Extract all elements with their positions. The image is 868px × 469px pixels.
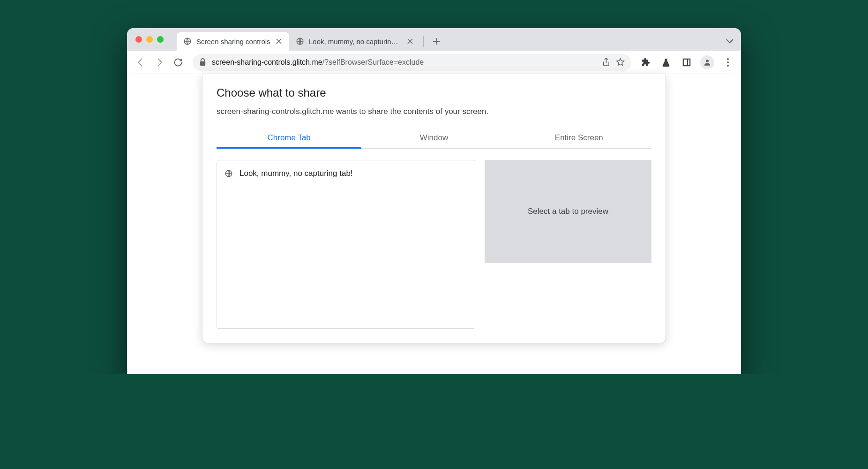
- tabs-dropdown-button[interactable]: [726, 39, 733, 44]
- chrome-tab-strip-area: Screen sharing controls Look, mummy, no …: [127, 28, 741, 74]
- forward-button[interactable]: [151, 54, 167, 70]
- tab-title: Look, mummy, no capturing tab: [309, 38, 402, 45]
- reload-button[interactable]: [170, 54, 186, 70]
- share-dialog-body: Look, mummy, no capturing tab! Select a …: [217, 160, 651, 329]
- svg-rect-2: [200, 61, 205, 66]
- tab-divider: [423, 36, 424, 47]
- page-content: Choose what to share screen-sharing-cont…: [127, 74, 741, 374]
- url-host: screen-sharing-controls.glitch.me: [212, 58, 322, 66]
- side-panel-icon[interactable]: [679, 55, 694, 70]
- browser-window: Screen sharing controls Look, mummy, no …: [127, 28, 741, 374]
- globe-icon: [296, 37, 304, 45]
- shareable-tab-title: Look, mummy, no capturing tab!: [239, 169, 353, 178]
- url-path: /?selfBrowserSurface=exclude: [322, 58, 424, 66]
- close-tab-button[interactable]: [275, 38, 283, 45]
- close-window-button[interactable]: [135, 36, 142, 43]
- close-tab-button[interactable]: [406, 38, 414, 45]
- extensions-icon[interactable]: [638, 55, 653, 70]
- window-controls: [135, 36, 164, 43]
- menu-button[interactable]: [720, 55, 735, 70]
- labs-icon[interactable]: [658, 55, 673, 70]
- share-icon[interactable]: [602, 58, 610, 67]
- tab-title: Screen sharing controls: [196, 38, 270, 45]
- tab-window[interactable]: Window: [361, 128, 506, 148]
- back-button[interactable]: [133, 54, 149, 70]
- dialog-subtitle: screen-sharing-controls.glitch.me wants …: [217, 107, 651, 116]
- new-tab-button[interactable]: [429, 34, 443, 48]
- maximize-window-button[interactable]: [157, 36, 164, 43]
- browser-tab[interactable]: Look, mummy, no capturing tab: [289, 32, 420, 51]
- lock-icon: [199, 58, 206, 66]
- tab-list-panel: Look, mummy, no capturing tab!: [217, 160, 475, 329]
- svg-rect-3: [683, 59, 690, 65]
- toolbar-icons: [638, 55, 735, 70]
- shareable-tab-item[interactable]: Look, mummy, no capturing tab!: [224, 167, 467, 180]
- url-text: screen-sharing-controls.glitch.me/?selfB…: [212, 58, 597, 67]
- preview-panel: Select a tab to preview: [485, 160, 651, 263]
- browser-tab-active[interactable]: Screen sharing controls: [177, 32, 289, 51]
- address-bar[interactable]: screen-sharing-controls.glitch.me/?selfB…: [193, 54, 631, 71]
- dialog-title: Choose what to share: [217, 86, 651, 99]
- screen-share-dialog: Choose what to share screen-sharing-cont…: [202, 74, 666, 343]
- tab-strip: Screen sharing controls Look, mummy, no …: [127, 28, 741, 51]
- tab-entire-screen[interactable]: Entire Screen: [507, 128, 651, 148]
- bookmark-star-icon[interactable]: [616, 58, 625, 67]
- tab-chrome-tab[interactable]: Chrome Tab: [217, 128, 361, 148]
- svg-point-5: [706, 60, 709, 62]
- minimize-window-button[interactable]: [146, 36, 153, 43]
- browser-toolbar: screen-sharing-controls.glitch.me/?selfB…: [127, 51, 741, 74]
- globe-icon: [183, 37, 192, 45]
- profile-avatar[interactable]: [700, 55, 715, 70]
- preview-placeholder-text: Select a tab to preview: [528, 207, 608, 216]
- share-source-tabs: Chrome Tab Window Entire Screen: [217, 128, 651, 149]
- globe-icon: [224, 169, 233, 178]
